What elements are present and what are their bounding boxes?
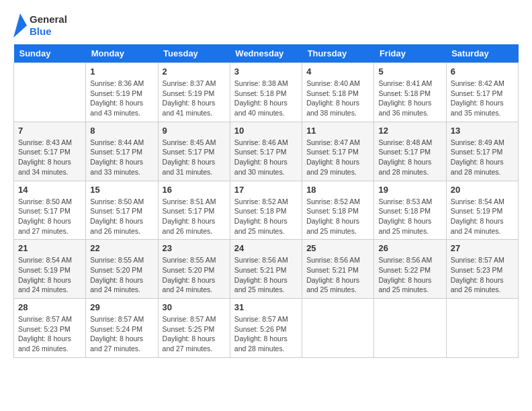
calendar-cell: 28Sunrise: 8:57 AMSunset: 5:23 PMDayligh…	[14, 299, 86, 358]
day-number: 3	[234, 66, 298, 77]
day-info: Sunrise: 8:40 AMSunset: 5:18 PMDaylight:…	[306, 79, 369, 118]
day-number: 2	[163, 66, 226, 77]
col-header-saturday: Saturday	[446, 44, 518, 63]
calendar-week-row: 1Sunrise: 8:36 AMSunset: 5:19 PMDaylight…	[14, 63, 519, 122]
calendar-week-row: 14Sunrise: 8:50 AMSunset: 5:17 PMDayligh…	[14, 181, 519, 240]
calendar-week-row: 7Sunrise: 8:43 AMSunset: 5:17 PMDaylight…	[14, 122, 519, 181]
calendar-cell: 9Sunrise: 8:45 AMSunset: 5:17 PMDaylight…	[158, 122, 230, 181]
day-info: Sunrise: 8:41 AMSunset: 5:18 PMDaylight:…	[378, 79, 441, 118]
calendar-cell: 19Sunrise: 8:53 AMSunset: 5:18 PMDayligh…	[374, 181, 446, 240]
day-number: 24	[234, 243, 298, 253]
day-number: 18	[306, 185, 369, 195]
calendar-cell: 25Sunrise: 8:56 AMSunset: 5:21 PMDayligh…	[302, 240, 374, 299]
day-number: 8	[90, 126, 153, 136]
day-info: Sunrise: 8:56 AMSunset: 5:22 PMDaylight:…	[378, 255, 441, 295]
calendar-cell: 26Sunrise: 8:56 AMSunset: 5:22 PMDayligh…	[374, 240, 446, 299]
day-info: Sunrise: 8:56 AMSunset: 5:21 PMDaylight:…	[234, 255, 298, 295]
day-number: 10	[234, 126, 298, 136]
day-number: 6	[451, 66, 514, 77]
day-number: 31	[234, 302, 298, 312]
day-number: 20	[451, 185, 514, 195]
calendar-cell: 1Sunrise: 8:36 AMSunset: 5:19 PMDaylight…	[86, 63, 158, 122]
col-header-tuesday: Tuesday	[158, 44, 230, 63]
calendar-cell: 29Sunrise: 8:57 AMSunset: 5:24 PMDayligh…	[86, 299, 158, 358]
day-number: 15	[90, 185, 153, 195]
day-number: 17	[234, 185, 298, 195]
col-header-monday: Monday	[86, 44, 158, 63]
day-info: Sunrise: 8:43 AMSunset: 5:17 PMDaylight:…	[18, 138, 81, 177]
calendar-cell: 6Sunrise: 8:42 AMSunset: 5:17 PMDaylight…	[446, 63, 518, 122]
day-number: 13	[451, 126, 514, 136]
logo-text: GeneralBlue	[30, 13, 67, 38]
calendar-cell: 12Sunrise: 8:48 AMSunset: 5:17 PMDayligh…	[374, 122, 446, 181]
day-number: 26	[378, 243, 441, 253]
day-info: Sunrise: 8:36 AMSunset: 5:19 PMDaylight:…	[90, 79, 153, 118]
logo-triangle-icon	[13, 13, 27, 38]
day-info: Sunrise: 8:48 AMSunset: 5:17 PMDaylight:…	[378, 138, 441, 177]
day-info: Sunrise: 8:51 AMSunset: 5:17 PMDaylight:…	[163, 197, 226, 236]
calendar-cell: 11Sunrise: 8:47 AMSunset: 5:17 PMDayligh…	[302, 122, 374, 181]
calendar-cell: 16Sunrise: 8:51 AMSunset: 5:17 PMDayligh…	[158, 181, 230, 240]
calendar-cell: 24Sunrise: 8:56 AMSunset: 5:21 PMDayligh…	[230, 240, 302, 299]
day-info: Sunrise: 8:57 AMSunset: 5:25 PMDaylight:…	[163, 314, 226, 354]
col-header-friday: Friday	[374, 44, 446, 63]
day-number: 27	[451, 243, 514, 253]
calendar-cell: 27Sunrise: 8:57 AMSunset: 5:23 PMDayligh…	[446, 240, 518, 299]
day-number: 28	[18, 302, 81, 312]
day-number: 14	[18, 185, 81, 195]
svg-marker-0	[13, 13, 27, 38]
day-info: Sunrise: 8:57 AMSunset: 5:23 PMDaylight:…	[18, 314, 81, 354]
day-info: Sunrise: 8:45 AMSunset: 5:17 PMDaylight:…	[163, 138, 226, 177]
day-info: Sunrise: 8:56 AMSunset: 5:21 PMDaylight:…	[306, 255, 369, 295]
calendar-header-row: SundayMondayTuesdayWednesdayThursdayFrid…	[14, 44, 519, 63]
day-number: 25	[306, 243, 369, 253]
calendar-cell: 7Sunrise: 8:43 AMSunset: 5:17 PMDaylight…	[14, 122, 86, 181]
calendar-cell: 2Sunrise: 8:37 AMSunset: 5:19 PMDaylight…	[158, 63, 230, 122]
day-number: 23	[163, 243, 226, 253]
day-info: Sunrise: 8:52 AMSunset: 5:18 PMDaylight:…	[306, 197, 369, 236]
day-info: Sunrise: 8:47 AMSunset: 5:17 PMDaylight:…	[306, 138, 369, 177]
calendar-cell: 23Sunrise: 8:55 AMSunset: 5:20 PMDayligh…	[158, 240, 230, 299]
day-number: 4	[306, 66, 369, 77]
calendar-cell: 15Sunrise: 8:50 AMSunset: 5:17 PMDayligh…	[86, 181, 158, 240]
calendar-cell: 17Sunrise: 8:52 AMSunset: 5:18 PMDayligh…	[230, 181, 302, 240]
day-number: 12	[378, 126, 441, 136]
day-number: 21	[18, 243, 81, 253]
day-info: Sunrise: 8:46 AMSunset: 5:17 PMDaylight:…	[234, 138, 298, 177]
calendar-cell	[14, 63, 86, 122]
day-info: Sunrise: 8:50 AMSunset: 5:17 PMDaylight:…	[90, 197, 153, 236]
calendar-cell	[302, 299, 374, 358]
calendar-cell	[446, 299, 518, 358]
day-info: Sunrise: 8:44 AMSunset: 5:17 PMDaylight:…	[90, 138, 153, 177]
calendar-cell	[374, 299, 446, 358]
day-number: 1	[90, 66, 153, 77]
calendar-cell: 22Sunrise: 8:55 AMSunset: 5:20 PMDayligh…	[86, 240, 158, 299]
day-number: 11	[306, 126, 369, 136]
page-header: GeneralBlue	[13, 13, 519, 38]
calendar-table: SundayMondayTuesdayWednesdayThursdayFrid…	[13, 44, 519, 358]
day-info: Sunrise: 8:37 AMSunset: 5:19 PMDaylight:…	[163, 79, 226, 118]
day-number: 9	[163, 126, 226, 136]
day-info: Sunrise: 8:52 AMSunset: 5:18 PMDaylight:…	[234, 197, 298, 236]
calendar-cell: 20Sunrise: 8:54 AMSunset: 5:19 PMDayligh…	[446, 181, 518, 240]
calendar-cell: 18Sunrise: 8:52 AMSunset: 5:18 PMDayligh…	[302, 181, 374, 240]
day-number: 19	[378, 185, 441, 195]
day-info: Sunrise: 8:42 AMSunset: 5:17 PMDaylight:…	[451, 79, 514, 118]
calendar-cell: 21Sunrise: 8:54 AMSunset: 5:19 PMDayligh…	[14, 240, 86, 299]
day-info: Sunrise: 8:50 AMSunset: 5:17 PMDaylight:…	[18, 197, 81, 236]
col-header-thursday: Thursday	[302, 44, 374, 63]
calendar-cell: 14Sunrise: 8:50 AMSunset: 5:17 PMDayligh…	[14, 181, 86, 240]
calendar-week-row: 21Sunrise: 8:54 AMSunset: 5:19 PMDayligh…	[14, 240, 519, 299]
day-info: Sunrise: 8:55 AMSunset: 5:20 PMDaylight:…	[163, 255, 226, 295]
day-info: Sunrise: 8:54 AMSunset: 5:19 PMDaylight:…	[18, 255, 81, 295]
calendar-week-row: 28Sunrise: 8:57 AMSunset: 5:23 PMDayligh…	[14, 299, 519, 358]
day-info: Sunrise: 8:57 AMSunset: 5:23 PMDaylight:…	[451, 255, 514, 295]
day-number: 16	[163, 185, 226, 195]
calendar-cell: 10Sunrise: 8:46 AMSunset: 5:17 PMDayligh…	[230, 122, 302, 181]
day-info: Sunrise: 8:38 AMSunset: 5:18 PMDaylight:…	[234, 79, 298, 118]
calendar-cell: 3Sunrise: 8:38 AMSunset: 5:18 PMDaylight…	[230, 63, 302, 122]
calendar-cell: 13Sunrise: 8:49 AMSunset: 5:17 PMDayligh…	[446, 122, 518, 181]
day-info: Sunrise: 8:57 AMSunset: 5:26 PMDaylight:…	[234, 314, 298, 354]
day-number: 30	[163, 302, 226, 312]
day-info: Sunrise: 8:49 AMSunset: 5:17 PMDaylight:…	[451, 138, 514, 177]
